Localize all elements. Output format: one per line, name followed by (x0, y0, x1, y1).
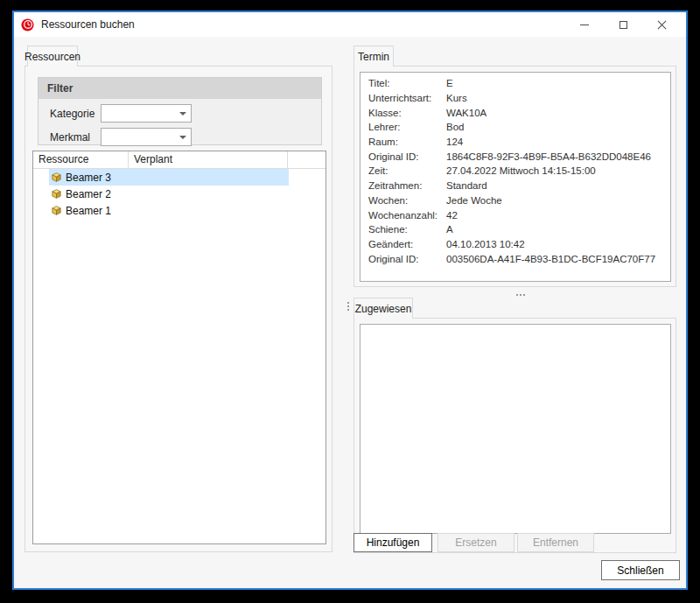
list-item-label: Beamer 2 (66, 188, 111, 200)
screen-background: Ressourcen buchen Ressourcen Filter Kate… (0, 0, 700, 603)
entfernen-button: Entfernen (517, 533, 594, 552)
resource-cube-icon (51, 205, 62, 216)
horizontal-splitter-grip[interactable] (509, 291, 532, 298)
tab-termin-label: Termin (358, 51, 389, 63)
detail-label: Zeit: (368, 165, 446, 176)
filter-group-header: Filter (38, 78, 321, 99)
minimize-icon (580, 25, 589, 25)
window-title: Ressourcen buchen (41, 18, 135, 31)
column-header-ressource[interactable]: Ressource (33, 151, 129, 168)
detail-value: Standard (446, 180, 487, 191)
detail-label: Wochenanzahl: (368, 210, 446, 221)
detail-value: 27.04.2022 Mittwoch 14:15-15:00 (446, 165, 596, 176)
close-icon (657, 20, 667, 30)
merkmal-label: Merkmal (50, 131, 101, 144)
filter-title: Filter (47, 82, 73, 95)
chevron-down-icon (179, 136, 186, 139)
chevron-down-icon (179, 112, 186, 116)
detail-label: Schiene: (368, 224, 446, 235)
kategorie-select[interactable] (101, 104, 192, 123)
tab-ressourcen[interactable]: Ressourcen (27, 46, 78, 67)
detail-label: Unterrichtsart: (368, 93, 446, 103)
assigned-list[interactable] (360, 324, 671, 534)
detail-value: 42 (446, 210, 458, 221)
detail-label: Titel: (368, 78, 446, 88)
termin-details: Titel:E Unterrichtsart:Kurs Klasse:WAK10… (360, 72, 671, 282)
termin-panel: Titel:E Unterrichtsart:Kurs Klasse:WAK10… (354, 66, 676, 287)
detail-label: Klasse: (368, 108, 446, 118)
list-item-beamer-1[interactable]: Beamer 1 (33, 202, 326, 219)
detail-value: 04.10.2013 10:42 (446, 239, 525, 249)
detail-label: Original ID: (368, 254, 446, 264)
tab-ressourcen-label: Ressourcen (24, 51, 80, 63)
filter-group: Filter Kategorie Merkmal (38, 77, 322, 145)
list-item-beamer-2[interactable]: Beamer 2 (33, 186, 326, 202)
resource-cube-icon (51, 172, 62, 183)
schliessen-button[interactable]: Schließen (601, 560, 680, 580)
detail-value: Kurs (446, 93, 467, 103)
kategorie-label: Kategorie (50, 108, 101, 120)
tab-zugewiesen[interactable]: Zugewiesen (354, 298, 413, 319)
detail-value: A (446, 224, 453, 235)
ersetzen-button: Ersetzen (438, 533, 514, 552)
detail-label: Geändert: (368, 239, 446, 249)
detail-value: 124 (446, 137, 463, 147)
tab-termin[interactable]: Termin (354, 46, 394, 67)
detail-value: 1864C8F8-92F3-4B9F-B5A4-B632DD048E46 (446, 151, 651, 162)
resource-cube-icon (51, 188, 62, 200)
tab-zugewiesen-label: Zugewiesen (355, 303, 412, 315)
detail-value: 003506DA-A41F-4B93-B1DC-BCF19AC70F77 (446, 254, 655, 264)
list-item-label: Beamer 3 (66, 172, 111, 184)
vertical-splitter-grip[interactable] (345, 297, 352, 316)
resource-list-header: Ressource Verplant (33, 151, 326, 169)
maximize-button[interactable] (604, 12, 642, 37)
detail-value: Jede Woche (446, 195, 502, 206)
detail-value: E (446, 78, 453, 88)
minimize-button[interactable] (565, 12, 604, 37)
merkmal-select[interactable] (101, 128, 192, 146)
detail-label: Wochen: (368, 195, 446, 206)
zugewiesen-panel (354, 318, 676, 553)
detail-label: Raum: (368, 137, 446, 147)
resource-list: Ressource Verplant Beamer 3 (32, 151, 326, 544)
detail-value: WAK10A (446, 108, 486, 118)
hinzufuegen-button[interactable]: Hinzufügen (354, 533, 432, 552)
column-header-extra[interactable] (288, 151, 326, 168)
column-header-verplant[interactable]: Verplant (129, 151, 288, 168)
detail-label: Zeitrahmen: (368, 180, 446, 191)
detail-value: Bod (446, 122, 464, 132)
ressourcen-panel: Filter Kategorie Merkmal (24, 66, 332, 552)
maximize-icon (620, 21, 627, 29)
close-button[interactable] (642, 12, 681, 37)
caption-buttons (565, 12, 681, 37)
app-logo-icon (21, 18, 34, 32)
title-bar[interactable]: Ressourcen buchen (14, 12, 686, 37)
detail-label: Lehrer: (368, 122, 446, 132)
dialog-window: Ressourcen buchen Ressourcen Filter Kate… (12, 11, 688, 590)
detail-label: Original ID: (368, 151, 446, 162)
list-item-beamer-3[interactable]: Beamer 3 (33, 169, 326, 186)
list-item-label: Beamer 1 (66, 205, 111, 217)
